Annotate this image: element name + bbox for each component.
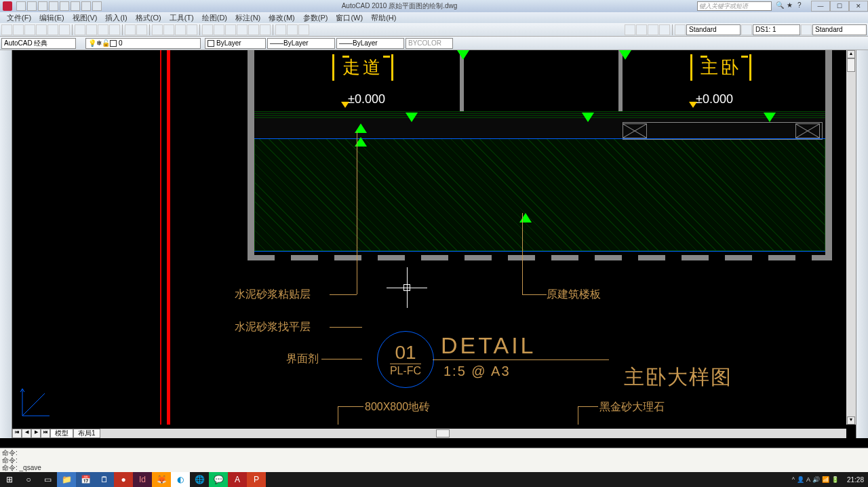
workspace-combo[interactable]: AutoCAD 经典 [1, 38, 76, 49]
help2-icon[interactable] [298, 24, 309, 35]
rectangle-icon[interactable] [1, 95, 12, 105]
dim-style-combo[interactable]: DS1: 1 [753, 24, 800, 35]
firefox-icon[interactable]: 🦊 [152, 472, 171, 487]
block-icon[interactable] [275, 24, 286, 35]
close-button[interactable]: ✕ [849, 1, 868, 12]
mirror-icon[interactable] [857, 73, 868, 83]
xline-icon[interactable] [1, 62, 12, 73]
layer-combo[interactable]: 💡 ❄ 🔓 0 [85, 38, 201, 49]
move-icon[interactable] [857, 106, 868, 116]
designcenter-icon[interactable] [214, 24, 224, 35]
break-icon[interactable] [857, 171, 868, 181]
volume-icon[interactable]: 🔊 [812, 476, 820, 483]
array-icon[interactable] [857, 95, 868, 105]
tab-model[interactable]: 模型 [50, 429, 73, 438]
minimize-button[interactable]: — [811, 1, 830, 12]
spline-icon[interactable] [1, 138, 12, 149]
command-line[interactable]: 命令: 命令: 命令: _qsave [0, 448, 868, 472]
cut-icon[interactable] [75, 24, 85, 35]
dim-btn[interactable] [636, 24, 647, 35]
stretch-icon[interactable] [857, 138, 868, 149]
wechat-icon[interactable]: 💬 [209, 472, 228, 487]
make-block-icon[interactable] [1, 182, 12, 192]
menu-parametric[interactable]: 参数(P) [299, 12, 332, 23]
scroll-up-icon[interactable]: ▲ [847, 50, 855, 58]
taskview-icon[interactable]: ▭ [38, 472, 57, 487]
ime-icon[interactable]: A [806, 476, 810, 483]
text-style-combo[interactable]: Standard [686, 24, 741, 35]
undo-icon[interactable] [125, 24, 136, 35]
copy-icon[interactable] [86, 24, 97, 35]
start-button[interactable]: ⊞ [0, 472, 19, 487]
preview-icon[interactable] [47, 24, 58, 35]
menu-draw[interactable]: 绘图(D) [198, 12, 231, 23]
menu-window[interactable]: 窗口(W) [332, 12, 367, 23]
properties-icon[interactable] [202, 24, 213, 35]
revcloud-icon[interactable] [1, 128, 12, 138]
menu-tools[interactable]: 工具(T) [165, 12, 198, 23]
powerpoint-icon[interactable]: P [247, 472, 266, 487]
menu-format[interactable]: 格式(O) [132, 12, 165, 23]
circle-icon[interactable] [1, 117, 12, 127]
gradient-icon[interactable] [1, 214, 12, 225]
redo-icon[interactable] [136, 24, 147, 35]
ellipse-icon[interactable] [1, 149, 12, 159]
system-tray[interactable]: ^ 👤 A 🔊 📶 🔋 [788, 476, 843, 483]
zoom-prev-icon[interactable] [186, 24, 197, 35]
tray-up-icon[interactable]: ^ [792, 476, 795, 483]
app-icon[interactable]: ● [114, 472, 133, 487]
dim-style-icon[interactable] [741, 24, 752, 35]
menu-edit[interactable]: 编辑(E) [35, 12, 68, 23]
pan-icon[interactable] [152, 24, 163, 35]
region-icon[interactable] [1, 225, 12, 235]
search-icon[interactable]: 🔍 [776, 1, 785, 11]
explorer-icon[interactable]: 📁 [57, 472, 76, 487]
chamfer-icon[interactable] [857, 193, 868, 203]
offset-icon[interactable] [857, 84, 868, 94]
menu-file[interactable]: 文件(F) [3, 12, 35, 23]
trim-icon[interactable] [857, 149, 868, 159]
menu-view[interactable]: 视图(V) [68, 12, 102, 23]
dim-btn[interactable] [625, 24, 635, 35]
maximize-button[interactable]: ☐ [830, 1, 849, 12]
insert-block-icon[interactable] [1, 171, 12, 181]
table-icon[interactable] [1, 236, 12, 246]
tab-last-icon[interactable]: ⏭ [41, 429, 50, 438]
lineweight-combo[interactable]: —— ByLayer [336, 38, 404, 49]
scale-icon[interactable] [857, 128, 868, 138]
cortana-icon[interactable]: ○ [19, 472, 38, 487]
plotstyle-combo[interactable]: BYCOLOR [406, 38, 453, 49]
tab-next-icon[interactable]: ▶ [31, 429, 41, 438]
scroll-thumb[interactable] [436, 429, 450, 437]
tab-layout1[interactable]: 布局1 [73, 429, 100, 438]
menu-help[interactable]: 帮助(H) [367, 12, 400, 23]
qat-open-icon[interactable] [27, 1, 37, 11]
vertical-scrollbar[interactable]: ▲ ▼ [846, 50, 856, 425]
drawing-canvas[interactable]: 走道 主卧 ±0.000 ±0.000 水泥砂浆粘贴层 水泥砂浆找平层 界面剂 … [12, 50, 856, 425]
qat-dropdown-icon[interactable] [92, 1, 102, 11]
paste-icon[interactable] [98, 24, 108, 35]
qat-new-icon[interactable] [16, 1, 26, 11]
publish-icon[interactable] [59, 24, 70, 35]
erase-icon[interactable] [857, 52, 868, 62]
app-icon[interactable]: 📅 [76, 472, 95, 487]
polygon-icon[interactable] [1, 84, 12, 94]
calc-icon[interactable] [260, 24, 271, 35]
print-icon[interactable] [36, 24, 47, 35]
browser-icon[interactable]: ◐ [171, 472, 190, 487]
taskbar-clock[interactable]: 21:28 [843, 476, 868, 484]
people-icon[interactable]: 👤 [797, 476, 804, 483]
join-icon[interactable] [857, 182, 868, 192]
fillet-icon[interactable] [857, 203, 868, 214]
autocad-icon[interactable]: A [228, 472, 247, 487]
menu-insert[interactable]: 插入(I) [101, 12, 131, 23]
zoom-win-icon[interactable] [175, 24, 186, 35]
network-icon[interactable]: 📶 [822, 476, 829, 483]
qat-btn[interactable] [81, 1, 91, 11]
qat-print-icon[interactable] [71, 1, 80, 11]
tab-first-icon[interactable]: ⏮ [12, 429, 22, 438]
indesign-icon[interactable]: Id [133, 472, 152, 487]
hscroll-track[interactable] [100, 429, 846, 438]
measure-icon[interactable] [287, 24, 298, 35]
explode-icon[interactable] [857, 214, 868, 225]
